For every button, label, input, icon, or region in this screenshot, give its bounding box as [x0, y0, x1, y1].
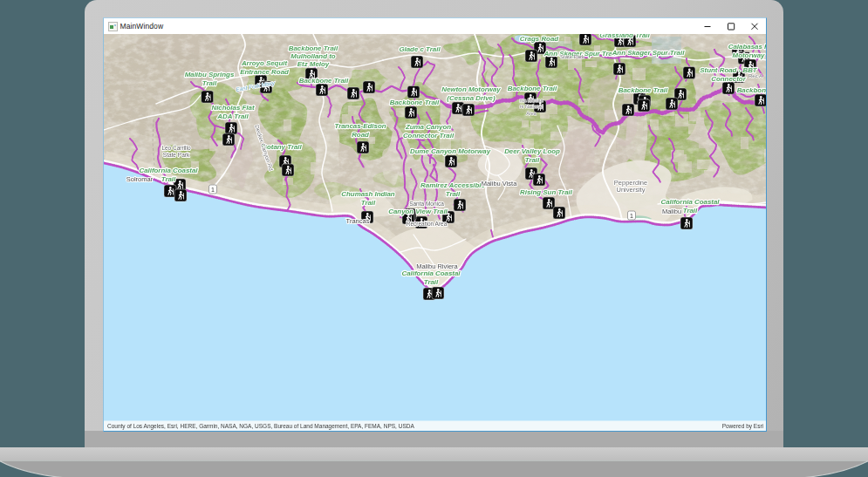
svg-text:Powered by Esri: Powered by Esri: [721, 423, 762, 430]
svg-text:Newton Motorway: Newton Motorway: [441, 85, 501, 93]
svg-text:Arroyo Sequit: Arroyo Sequit: [240, 59, 287, 67]
svg-text:Trail: Trail: [682, 206, 697, 214]
svg-text:State Park: State Park: [162, 151, 189, 157]
svg-text:Malibu Vista: Malibu Vista: [481, 180, 517, 187]
svg-text:Trancas-Edison: Trancas-Edison: [334, 122, 386, 130]
svg-text:Malibu: Malibu: [661, 208, 680, 215]
svg-text:Ann Skager Spur Trail: Ann Skager Spur Trail: [611, 49, 685, 57]
svg-text:Calabasas P: Calabasas P: [728, 43, 765, 51]
svg-text:Trail: Trail: [202, 78, 216, 86]
svg-text:Backbone T: Backbone T: [736, 86, 765, 94]
svg-text:Etz Meloy: Etz Meloy: [297, 60, 329, 68]
svg-text:Trail: Trail: [423, 277, 438, 285]
svg-text:Rising Sun Trail: Rising Sun Trail: [520, 188, 573, 196]
svg-text:Leo Carrillo: Leo Carrillo: [161, 145, 191, 151]
svg-text:California Coastal: California Coastal: [401, 269, 461, 277]
svg-text:(Cessna Drive): (Cessna Drive): [447, 93, 496, 101]
svg-text:California Coastal: California Coastal: [660, 198, 720, 206]
svg-text:State Park: State Park: [559, 54, 584, 59]
svg-text:Connector: Connector: [711, 74, 746, 82]
svg-text:Trancas: Trancas: [345, 217, 369, 225]
svg-text:Nicholas Flat: Nicholas Flat: [211, 104, 254, 112]
svg-text:Area: Area: [526, 110, 537, 115]
svg-text:Malibu Riviera: Malibu Riviera: [416, 262, 458, 270]
svg-text:Deer Valley Loop: Deer Valley Loop: [504, 147, 560, 155]
svg-text:Backbone Trail: Backbone Trail: [389, 99, 439, 106]
svg-text:Trail: Trail: [161, 174, 175, 182]
svg-text:Ramirez Accessible: Ramirez Accessible: [420, 181, 485, 189]
svg-text:Entrance Road: Entrance Road: [240, 67, 289, 75]
svg-text:Crags Road: Crags Road: [519, 35, 557, 43]
svg-text:1: 1: [211, 186, 215, 192]
svg-text:Grassland Trail: Grassland Trail: [599, 34, 650, 39]
svg-text:Canyon View Trail: Canyon View Trail: [388, 208, 448, 215]
svg-text:Connector Trail: Connector Trail: [402, 131, 454, 139]
svg-text:Trail: Trail: [445, 189, 460, 197]
svg-text:Backbone Trail: Backbone Trail: [618, 86, 667, 94]
svg-text:nta Monica: nta Monica: [519, 97, 543, 102]
svg-text:Solromar: Solromar: [126, 174, 153, 182]
svg-text:Trail: Trail: [524, 155, 539, 163]
svg-text:Road: Road: [352, 130, 369, 138]
svg-text:Backbone Trail: Backbone Trail: [298, 77, 348, 85]
svg-text:rs National: rs National: [519, 104, 542, 109]
svg-text:California Coastal: California Coastal: [139, 167, 198, 174]
svg-text:University: University: [616, 185, 645, 193]
svg-text:Motorway: Motorway: [732, 51, 764, 58]
svg-text:1: 1: [630, 212, 633, 218]
svg-text:Recreation Area: Recreation Area: [406, 221, 447, 227]
svg-text:Chumash Indian: Chumash Indian: [341, 190, 395, 198]
svg-text:Glade c Trail: Glade c Trail: [399, 45, 441, 53]
svg-text:Dume Canyon Motorway: Dume Canyon Motorway: [409, 147, 490, 155]
svg-text:Santa Monica: Santa Monica: [409, 201, 444, 207]
svg-text:Zuma Canyon: Zuma Canyon: [404, 123, 450, 131]
svg-text:Backbone Trail: Backbone Trail: [507, 85, 557, 92]
svg-text:Rec A: Rec A: [748, 73, 762, 78]
svg-text:Backbone Trail: Backbone Trail: [288, 44, 338, 51]
svg-text:ADA Trail: ADA Trail: [216, 112, 249, 119]
svg-text:Trail: Trail: [360, 198, 375, 206]
svg-text:Mulholland to: Mulholland to: [290, 52, 335, 60]
svg-text:County of Los Angeles, Esri, H: County of Los Angeles, Esri, HERE, Garmi…: [107, 423, 414, 430]
svg-text:Malibu Springs: Malibu Springs: [184, 71, 234, 78]
